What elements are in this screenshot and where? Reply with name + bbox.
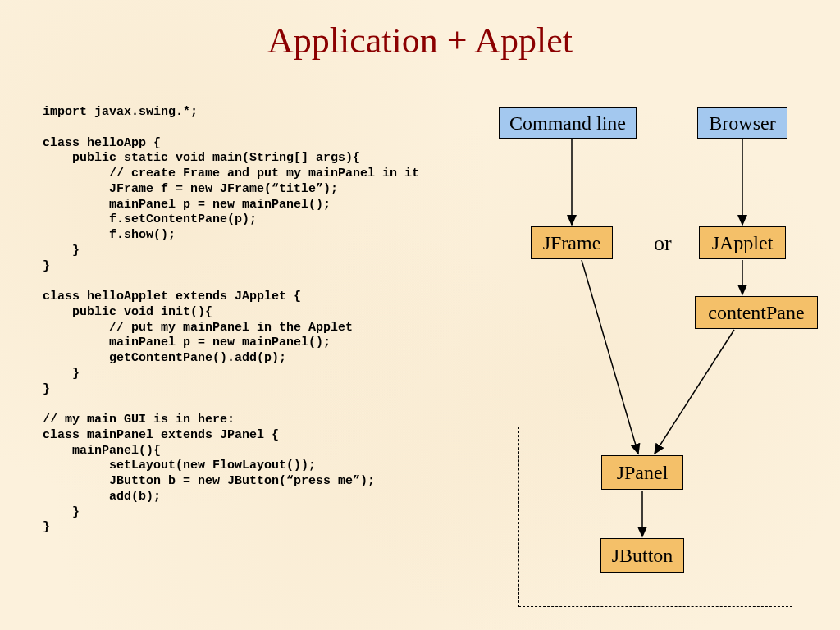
dashed-container — [518, 427, 792, 607]
label-or: or — [654, 231, 672, 256]
code-listing: import javax.swing.*; class helloApp { p… — [43, 105, 419, 536]
slide-title: Application + Applet — [0, 0, 840, 62]
box-jpanel: JPanel — [601, 455, 683, 490]
box-commandline: Command line — [499, 107, 637, 139]
svg-line-4 — [655, 330, 734, 454]
box-jbutton: JButton — [600, 538, 684, 573]
svg-line-3 — [582, 260, 638, 454]
box-japplet: JApplet — [699, 226, 786, 259]
box-contentpane: contentPane — [695, 296, 818, 329]
box-jframe: JFrame — [531, 226, 613, 259]
box-browser: Browser — [697, 107, 788, 139]
